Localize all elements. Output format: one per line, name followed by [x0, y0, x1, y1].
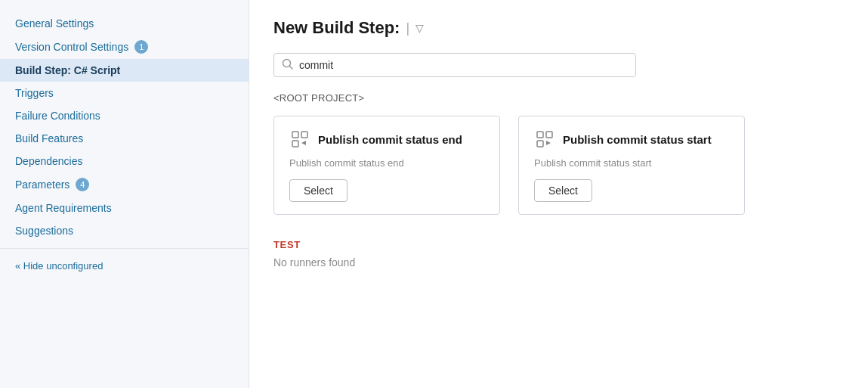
search-box[interactable] — [273, 53, 636, 77]
sidebar-item-triggers[interactable]: Triggers — [0, 82, 249, 104]
svg-rect-4 — [292, 141, 298, 147]
svg-rect-8 — [537, 141, 543, 147]
select-button-end[interactable]: Select — [289, 179, 348, 202]
runner-card-end-title-row: Publish commit status end — [289, 129, 484, 150]
svg-rect-6 — [537, 132, 543, 138]
sidebar-item-version-control-settings[interactable]: Version Control Settings 1 — [0, 35, 249, 59]
search-input[interactable] — [299, 59, 628, 71]
root-project-label: <ROOT PROJECT> — [273, 92, 844, 104]
svg-rect-7 — [546, 132, 552, 138]
runner-card-end-desc: Publish commit status end — [289, 157, 484, 169]
title-dropdown-icon[interactable]: ▽ — [415, 22, 424, 34]
svg-marker-9 — [546, 141, 551, 145]
svg-rect-2 — [292, 132, 298, 138]
test-section-label: TEST — [273, 239, 844, 250]
parameters-badge: 4 — [76, 178, 89, 191]
sidebar-item-build-features[interactable]: Build Features — [0, 127, 249, 150]
hide-unconfigured-link[interactable]: « Hide unconfigured — [0, 255, 249, 277]
sidebar-item-general-settings[interactable]: General Settings — [0, 12, 249, 35]
runner-card-start: Publish commit status start Publish comm… — [518, 116, 745, 215]
sidebar-item-suggestions[interactable]: Suggestions — [0, 219, 249, 242]
runner-icon-end — [289, 129, 310, 150]
sidebar-divider — [0, 248, 249, 249]
main-content: New Build Step: | ▽ <ROOT PROJECT> — [249, 0, 868, 388]
version-control-badge: 1 — [134, 40, 148, 54]
runner-card-end: Publish commit status end Publish commit… — [273, 116, 500, 215]
runner-card-start-desc: Publish commit status start — [534, 157, 729, 169]
sidebar-item-agent-requirements[interactable]: Agent Requirements — [0, 197, 249, 219]
runner-card-start-title: Publish commit status start — [563, 133, 712, 146]
runner-card-start-title-row: Publish commit status start — [534, 129, 729, 150]
runners-grid: Publish commit status end Publish commit… — [273, 116, 844, 215]
svg-line-1 — [290, 67, 293, 70]
svg-marker-5 — [301, 141, 306, 145]
search-icon — [282, 58, 293, 72]
title-separator: | — [406, 20, 409, 36]
sidebar-item-parameters[interactable]: Parameters 4 — [0, 172, 249, 197]
runner-icon-start — [534, 129, 555, 150]
sidebar-item-failure-conditions[interactable]: Failure Conditions — [0, 104, 249, 127]
no-runners-text: No runners found — [273, 256, 844, 268]
page-title-row: New Build Step: | ▽ — [273, 18, 844, 38]
sidebar-item-build-step[interactable]: Build Step: C# Script — [0, 59, 249, 82]
sidebar-item-dependencies[interactable]: Dependencies — [0, 150, 249, 172]
page-title: New Build Step: — [273, 18, 400, 38]
select-button-start[interactable]: Select — [534, 179, 592, 202]
runner-card-end-title: Publish commit status end — [318, 133, 462, 146]
sidebar: General Settings Version Control Setting… — [0, 0, 249, 388]
svg-rect-3 — [301, 132, 307, 138]
